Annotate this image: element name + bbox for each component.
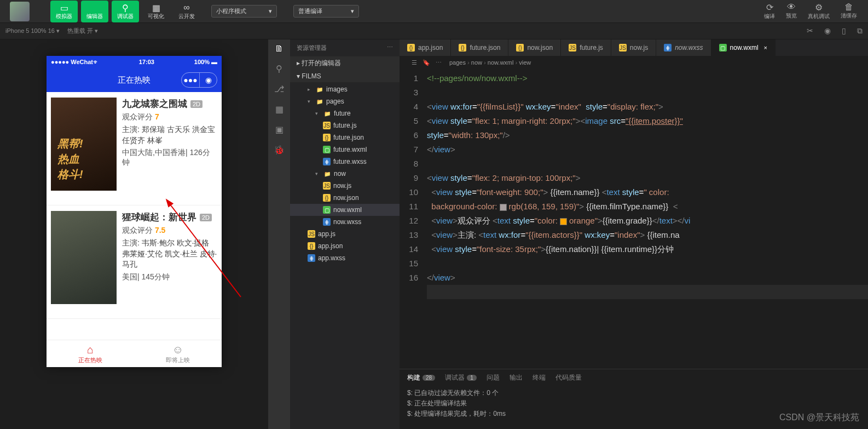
bug-icon[interactable]: 🐞 <box>274 145 285 155</box>
compile-dropdown[interactable]: 普通编译▾ <box>293 5 359 18</box>
tree-images[interactable]: ▸📁images <box>290 83 400 95</box>
watermark: CSDN @景天科技苑 <box>779 412 859 424</box>
film-title: 猩球崛起：新世界2D <box>122 211 217 224</box>
status-time: 17:03 <box>139 59 154 65</box>
tree-future.wxml[interactable]: ▢future.wxml <box>290 144 400 156</box>
editor-tab-now.json[interactable]: {}now.json <box>508 39 561 56</box>
activity-bar: 🗎 ⚲ ⎇ ▦ ▣ 🐞 <box>268 39 290 429</box>
phone-frame: ●●●●● WeChatᯤ 17:03 100% ▬ 正在热映 ●●● ◉ 九龙… <box>47 56 222 367</box>
capsule-close[interactable]: ◉ <box>199 73 217 87</box>
tree-app.js[interactable]: JSapp.js <box>290 228 400 240</box>
list-icon[interactable]: ☰ <box>412 59 417 66</box>
film-actors: 主演: 韦斯·鲍尔 欧文·提格 弗莱娅·艾伦 凯文·杜兰 皮特·马孔 <box>122 238 217 270</box>
film-grade: 观众评分 7 <box>122 112 217 122</box>
tree-pages[interactable]: ▾📁pages <box>290 95 400 107</box>
tree-future.js[interactable]: JSfuture.js <box>290 119 400 131</box>
bookmark-icon[interactable]: 🔖 <box>423 59 430 66</box>
film-meta: 中国大陆,中国香港| 126分钟 <box>122 148 217 168</box>
top-toolbar: ▭模拟器编辑器⚲调试器▦可视化∞云开发 小程序模式▾ 普通编译▾ ⟳编译👁预览⚙… <box>0 0 868 23</box>
panel-tab-输出[interactable]: 输出 <box>510 373 523 382</box>
tabbar-即将上映[interactable]: ☺即将上映 <box>134 340 222 367</box>
panel-tab-终端[interactable]: 终端 <box>533 373 546 382</box>
tool-云开发[interactable]: ∞云开发 <box>173 1 200 22</box>
second-bar: iPhone 5 100% 16 ▾ 热重载 开 ▾ ✂ ◉ ▯ ⧉ <box>0 23 868 39</box>
explorer-header: 资源管理器⋯ <box>290 39 400 56</box>
action-清缓存[interactable]: 🗑清缓存 <box>841 2 857 20</box>
panel-tab-问题[interactable]: 问题 <box>487 373 500 382</box>
simulator-panel: ●●●●● WeChatᯤ 17:03 100% ▬ 正在热映 ●●● ◉ 九龙… <box>0 39 268 429</box>
status-battery: 100% ▬ <box>194 59 217 65</box>
film-row[interactable]: 九龙城寨之围城2D 观众评分 7 主演: 郑保瑞 古天乐 洪金宝 任贤齐 林峯 … <box>47 92 222 205</box>
tree-now.wxml[interactable]: ▢now.wxml <box>290 204 400 216</box>
more-icon[interactable]: ⋯ <box>387 44 393 52</box>
tree-future.json[interactable]: {}future.json <box>290 131 400 144</box>
tool-可视化[interactable]: ▦可视化 <box>142 1 170 22</box>
capsule: ●●● ◉ <box>181 72 217 88</box>
editor-tab-now.wxss[interactable]: ⋕now.wxss <box>656 39 711 56</box>
film-poster <box>51 211 117 304</box>
tool-调试器[interactable]: ⚲调试器 <box>112 1 139 22</box>
panel-tab-构建[interactable]: 构建 28 <box>407 373 435 382</box>
project-root[interactable]: ▾ FILMS <box>290 70 400 82</box>
tool-编辑器[interactable]: 编辑器 <box>81 1 108 22</box>
breadcrumb[interactable]: ☰ 🔖 ⋯ pages › now › now.wxml › view <box>400 56 868 69</box>
tabbar-正在热映[interactable]: ⌂正在热映 <box>47 340 134 367</box>
explorer-panel: 资源管理器⋯ ▸ 打开的编辑器 ▾ FILMS ▸📁images▾📁pages▾… <box>290 39 400 429</box>
tree-future.wxss[interactable]: ⋕future.wxss <box>290 156 400 168</box>
files-icon[interactable]: 🗎 <box>275 44 283 54</box>
tree-now.js[interactable]: JSnow.js <box>290 180 400 192</box>
phone-tabbar: ⌂正在热映☺即将上映 <box>47 340 222 367</box>
wifi-icon: ᯤ <box>93 59 99 65</box>
device-selector[interactable]: iPhone 5 100% 16 ▾ <box>5 27 60 35</box>
phone-nav: 正在热映 ●●● ◉ <box>47 68 222 92</box>
tree-app.json[interactable]: {}app.json <box>290 240 400 252</box>
panel-tab-代码质量[interactable]: 代码质量 <box>555 373 582 382</box>
extension-icon[interactable]: ▣ <box>275 124 283 135</box>
tree-now[interactable]: ▾📁now <box>290 168 400 180</box>
tool-模拟器[interactable]: ▭模拟器 <box>50 1 78 22</box>
split-icon[interactable]: ⧉ <box>857 26 863 36</box>
tree-now.wxss[interactable]: ⋕now.wxss <box>290 216 400 228</box>
action-真机调试[interactable]: ⚙真机调试 <box>808 2 830 20</box>
avatar[interactable] <box>10 2 30 21</box>
search-icon[interactable]: ⚲ <box>276 64 282 74</box>
tree-now.json[interactable]: {}now.json <box>290 192 400 204</box>
film-meta: 美国| 145分钟 <box>122 272 217 282</box>
editor-tab-now.js[interactable]: JSnow.js <box>611 39 656 56</box>
film-poster <box>51 98 117 191</box>
film-grade: 观众评分 7.5 <box>122 226 217 236</box>
phone-body[interactable]: 九龙城寨之围城2D 观众评分 7 主演: 郑保瑞 古天乐 洪金宝 任贤齐 林峯 … <box>47 92 222 340</box>
editor-tab-future.js[interactable]: JSfuture.js <box>561 39 611 56</box>
action-编译[interactable]: ⟳编译 <box>764 2 775 20</box>
cut-icon[interactable]: ✂ <box>807 26 813 36</box>
mode-dropdown[interactable]: 小程序模式▾ <box>211 5 277 18</box>
tree-app.wxss[interactable]: ⋕app.wxss <box>290 252 400 264</box>
film-title: 九龙城寨之围城2D <box>122 98 217 110</box>
film-actors: 主演: 郑保瑞 古天乐 洪金宝 任贤齐 林峯 <box>122 124 217 146</box>
action-预览[interactable]: 👁预览 <box>786 2 797 20</box>
branch-icon[interactable]: ⎇ <box>274 84 284 94</box>
editor-tab-app.json[interactable]: {}app.json <box>400 39 451 56</box>
hot-reload[interactable]: 热重载 开 ▾ <box>67 27 98 35</box>
phone-icon[interactable]: ▯ <box>842 26 846 36</box>
record-icon[interactable]: ◉ <box>824 26 831 36</box>
editor-area: {}app.json{}future.json{}now.jsonJSfutur… <box>400 39 868 429</box>
film-row[interactable]: 猩球崛起：新世界2D 观众评分 7.5 主演: 韦斯·鲍尔 欧文·提格 弗莱娅·… <box>47 205 222 319</box>
panel-tab-调试器[interactable]: 调试器 1 <box>445 373 477 382</box>
capsule-menu[interactable]: ●●● <box>182 73 199 87</box>
editor-tabs: {}app.json{}future.json{}now.jsonJSfutur… <box>400 39 868 56</box>
grid-icon[interactable]: ▦ <box>275 104 283 115</box>
phone-status-bar: ●●●●● WeChatᯤ 17:03 100% ▬ <box>47 56 222 68</box>
page-title: 正在热映 <box>118 75 151 85</box>
open-editors-section[interactable]: ▸ 打开的编辑器 <box>290 56 400 70</box>
tree-future[interactable]: ▾📁future <box>290 107 400 119</box>
editor-tab-now.wxml[interactable]: ▢now.wxml× <box>711 39 776 56</box>
code-editor[interactable]: 1345678910111213141516 <!--pages/now/now… <box>400 69 868 369</box>
editor-tab-future.json[interactable]: {}future.json <box>451 39 508 56</box>
